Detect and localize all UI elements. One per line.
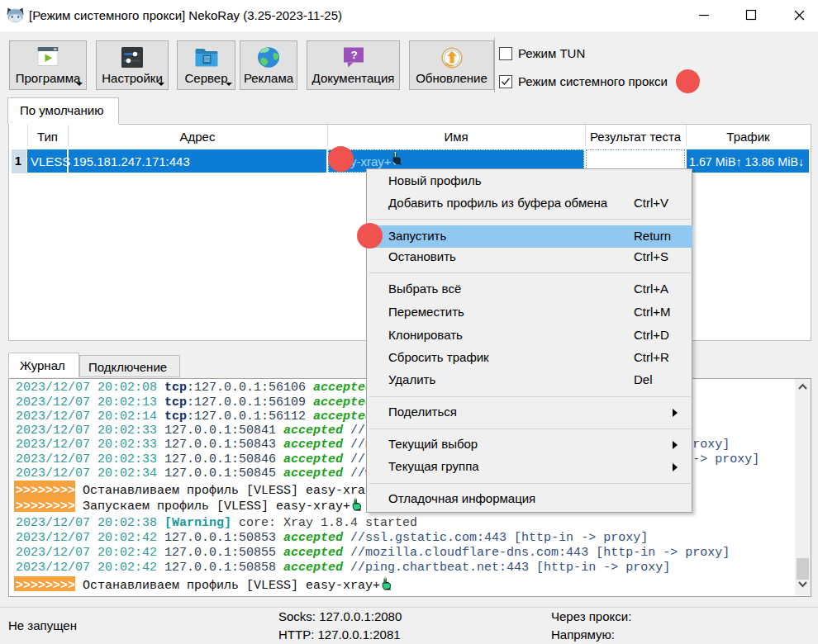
svg-text:?: ?: [350, 49, 357, 61]
